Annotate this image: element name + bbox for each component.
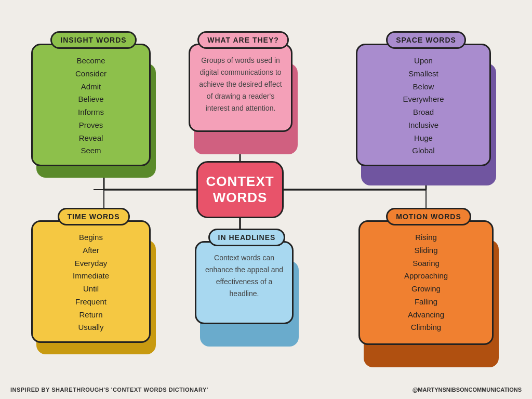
headlines-card: IN HEADLINES Context words can enhance t…: [192, 229, 301, 324]
word-item: Informs: [40, 106, 142, 119]
word-item: Growing: [367, 283, 485, 296]
word-item: Seem: [40, 144, 142, 157]
motion-words: RisingSlidingSoaringApproachingGrowingFa…: [367, 231, 485, 334]
headlines-body: Context words can enhance the appeal and…: [195, 241, 294, 324]
space-words: UponSmallestBelowEverywhereBroadInclusiv…: [365, 55, 482, 157]
word-item: Become: [40, 55, 142, 68]
word-item: Approaching: [367, 270, 485, 283]
word-item: Upon: [365, 55, 482, 68]
insight-words: BecomeConsiderAdmitBelieveInformsProvesR…: [40, 55, 142, 157]
word-item: Huge: [365, 132, 482, 145]
what-label: WHAT ARE THEY?: [197, 31, 289, 49]
word-item: Return: [40, 309, 142, 322]
footer-right: @MARTYNSNIBSONCOMMUNICATIONS: [413, 387, 522, 393]
word-item: Below: [365, 81, 482, 94]
insight-label: INSIGHT WORDS: [50, 31, 136, 49]
word-item: Soaring: [367, 257, 485, 270]
what-text: Groups of words used in digital communic…: [199, 56, 282, 112]
word-item: Global: [365, 144, 482, 157]
insight-card: INSIGHT WORDS BecomeConsiderAdmitBelieve…: [29, 31, 158, 166]
word-item: Believe: [40, 93, 142, 106]
insight-body: BecomeConsiderAdmitBelieveInformsProvesR…: [31, 44, 151, 166]
footer-left: INSPIRED BY SHARETHROUGH'S 'CONTEXT WORD…: [10, 387, 208, 393]
word-item: Until: [40, 283, 142, 296]
motion-body: RisingSlidingSoaringApproachingGrowingFa…: [358, 220, 494, 345]
headlines-label: IN HEADLINES: [208, 229, 286, 246]
context-words-box: CONTEXT WORDS: [196, 161, 284, 218]
word-item: Falling: [367, 296, 485, 309]
motion-card: MOTION WORDS RisingSlidingSoaringApproac…: [356, 208, 501, 345]
space-card: SPACE WORDS UponSmallestBelowEverywhereB…: [353, 31, 499, 166]
time-body: BeginsAfterEverydayImmediateUntilFrequen…: [31, 220, 151, 343]
time-card: TIME WORDS BeginsAfterEverydayImmediateU…: [29, 208, 158, 343]
word-item: Smallest: [365, 68, 482, 81]
word-item: Usually: [40, 321, 142, 334]
time-label: TIME WORDS: [58, 208, 130, 225]
word-item: Immediate: [40, 270, 142, 283]
word-item: Begins: [40, 231, 142, 244]
what-body: Groups of words used in digital communic…: [189, 44, 292, 132]
headlines-text: Context words can enhance the appeal and…: [205, 254, 283, 298]
word-item: Proves: [40, 119, 142, 132]
word-item: Sliding: [367, 244, 485, 257]
word-item: Inclusive: [365, 119, 482, 132]
word-item: After: [40, 244, 142, 257]
motion-label: MOTION WORDS: [386, 208, 471, 225]
word-item: Broad: [365, 106, 482, 119]
context-words-label: CONTEXT WORDS: [206, 174, 274, 206]
word-item: Admit: [40, 81, 142, 94]
space-body: UponSmallestBelowEverywhereBroadInclusiv…: [356, 44, 491, 166]
word-item: Rising: [367, 231, 485, 244]
word-item: Reveal: [40, 132, 142, 145]
word-item: Frequent: [40, 296, 142, 309]
word-item: Advancing: [367, 309, 485, 322]
what-card: WHAT ARE THEY? Groups of words used in d…: [186, 31, 300, 132]
time-words: BeginsAfterEverydayImmediateUntilFrequen…: [40, 231, 142, 334]
page: CONTEXT WORDS INSIGHT WORDS BecomeConsid…: [0, 0, 532, 399]
word-item: Everyday: [40, 257, 142, 270]
word-item: Climbing: [367, 321, 485, 334]
word-item: Everywhere: [365, 93, 482, 106]
word-item: Consider: [40, 68, 142, 81]
space-label: SPACE WORDS: [386, 31, 466, 49]
